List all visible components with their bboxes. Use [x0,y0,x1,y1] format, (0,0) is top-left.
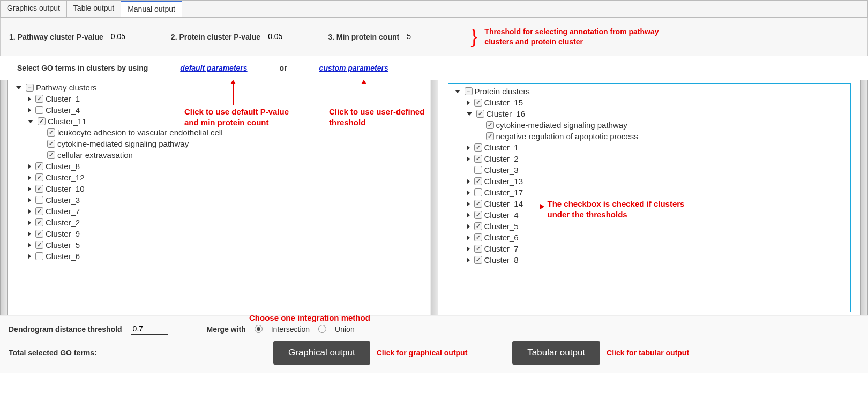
tree-node[interactable]: Cluster_8 [452,254,848,266]
tree-node[interactable]: Cluster_16 [452,108,848,119]
caret-down-icon[interactable] [16,86,21,89]
tree-node[interactable]: Cluster_4 [13,104,425,116]
tree-node[interactable]: Cluster_5 [13,239,425,251]
caret-down-icon[interactable] [467,112,472,116]
term-checkbox[interactable] [47,128,55,137]
caret-right-icon[interactable] [28,209,31,214]
right-scrollbar[interactable] [860,80,868,315]
tree-node[interactable]: Cluster_1 [13,93,425,104]
tree-leaf[interactable]: cytokine-mediated signaling pathway [452,119,848,131]
cluster-checkbox[interactable] [35,196,43,204]
caret-right-icon[interactable] [467,246,470,252]
tabular-output-button[interactable]: Tabular output [512,341,600,365]
caret-right-icon[interactable] [28,175,31,180]
cluster-checkbox[interactable] [474,256,482,264]
caret-right-icon[interactable] [467,145,470,150]
tree-node[interactable]: Cluster_13 [452,176,848,187]
cluster-checkbox[interactable] [474,211,482,219]
default-parameters-link[interactable]: default parameters [180,64,247,72]
cluster-checkbox[interactable] [35,218,43,226]
term-checkbox[interactable] [486,132,494,140]
cluster-checkbox[interactable] [38,117,46,125]
caret-right-icon[interactable] [28,220,31,225]
protein-pvalue-input[interactable] [266,31,303,42]
cluster-checkbox[interactable] [35,241,43,249]
cluster-checkbox[interactable] [474,188,482,196]
term-checkbox[interactable] [47,140,55,148]
cluster-checkbox[interactable] [35,230,43,238]
caret-down-icon[interactable] [28,120,33,123]
caret-right-icon[interactable] [28,164,31,169]
cluster-checkbox[interactable] [474,99,482,107]
custom-parameters-link[interactable]: custom parameters [319,64,388,72]
cluster-checkbox[interactable] [474,177,482,185]
tree-node[interactable]: Cluster_4 [452,209,848,221]
cluster-checkbox[interactable] [35,207,43,215]
tree-node[interactable]: Cluster_1 [452,142,848,153]
caret-right-icon[interactable] [28,254,31,259]
protein-root-row[interactable]: Protein clusters [452,86,848,97]
tree-node[interactable]: Cluster_17 [452,187,848,198]
caret-right-icon[interactable] [467,213,470,218]
tree-node[interactable]: Cluster_6 [452,232,848,243]
caret-right-icon[interactable] [28,198,31,203]
mid-scrollbar-left[interactable] [431,80,438,315]
tab-manual[interactable]: Manual output [121,1,182,17]
tree-node[interactable]: Cluster_14 [452,198,848,209]
cluster-checkbox[interactable] [474,245,482,253]
tree-node[interactable]: Cluster_11 [13,116,425,127]
caret-down-icon[interactable] [455,90,460,93]
cluster-checkbox[interactable] [474,222,482,230]
term-checkbox[interactable] [47,151,55,159]
tree-node[interactable]: Cluster_2 [13,217,425,228]
pathway-pvalue-input[interactable] [109,31,146,42]
cluster-checkbox[interactable] [474,200,482,208]
tree-leaf[interactable]: negative regulation of apoptotic process [452,131,848,142]
left-scrollbar[interactable] [0,80,8,315]
caret-right-icon[interactable] [467,224,470,229]
tab-table[interactable]: Table output [67,1,121,17]
pathway-root-checkbox[interactable] [26,84,34,92]
cluster-checkbox[interactable] [474,143,482,152]
cluster-checkbox[interactable] [35,95,43,103]
caret-right-icon[interactable] [28,108,31,113]
caret-right-icon[interactable] [467,156,470,162]
caret-right-icon[interactable] [28,96,31,102]
tree-node[interactable]: Cluster_10 [13,183,425,194]
tab-graphics[interactable]: Graphics output [1,1,67,17]
pathway-root-row[interactable]: Pathway clusters [13,82,425,93]
cluster-checkbox[interactable] [474,155,482,163]
cluster-checkbox[interactable] [35,173,43,181]
cluster-checkbox[interactable] [35,185,43,193]
tree-node[interactable]: Cluster_12 [13,172,425,183]
caret-right-icon[interactable] [467,201,470,207]
caret-right-icon[interactable] [467,190,470,195]
union-radio[interactable] [318,325,326,333]
tree-node[interactable]: Cluster_7 [13,206,425,217]
cluster-checkbox[interactable] [35,106,43,114]
tree-leaf[interactable]: cytokine-mediated signaling pathway [13,138,425,149]
min-protein-input[interactable] [405,31,442,42]
tree-node[interactable]: Cluster_15 [452,97,848,108]
tree-node[interactable]: Cluster_5 [452,221,848,232]
cluster-checkbox[interactable] [35,162,43,170]
caret-right-icon[interactable] [28,231,31,237]
tree-node[interactable]: Cluster_8 [13,161,425,172]
caret-right-icon[interactable] [467,235,470,240]
caret-right-icon[interactable] [467,179,470,184]
cluster-checkbox[interactable] [474,166,482,174]
graphical-output-button[interactable]: Graphical output [273,341,370,365]
cluster-checkbox[interactable] [476,110,484,118]
caret-right-icon[interactable] [467,257,470,263]
tree-node[interactable]: Cluster_9 [13,228,425,239]
caret-right-icon[interactable] [467,100,470,105]
tree-node[interactable]: Cluster_2 [452,153,848,164]
tree-node[interactable]: Cluster_7 [452,243,848,254]
tree-leaf[interactable]: cellular extravasation [13,149,425,161]
tree-node[interactable]: Cluster_3 [452,164,848,176]
caret-right-icon[interactable] [28,186,31,192]
cluster-checkbox[interactable] [474,233,482,241]
tree-node[interactable]: Cluster_6 [13,251,425,262]
protein-root-checkbox[interactable] [465,87,473,95]
caret-right-icon[interactable] [28,243,31,248]
